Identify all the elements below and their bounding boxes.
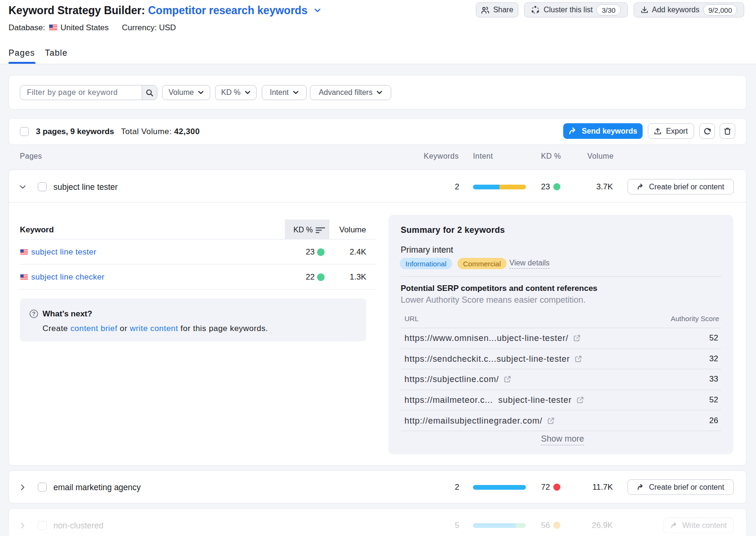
svg-text:?: ? <box>32 311 35 317</box>
